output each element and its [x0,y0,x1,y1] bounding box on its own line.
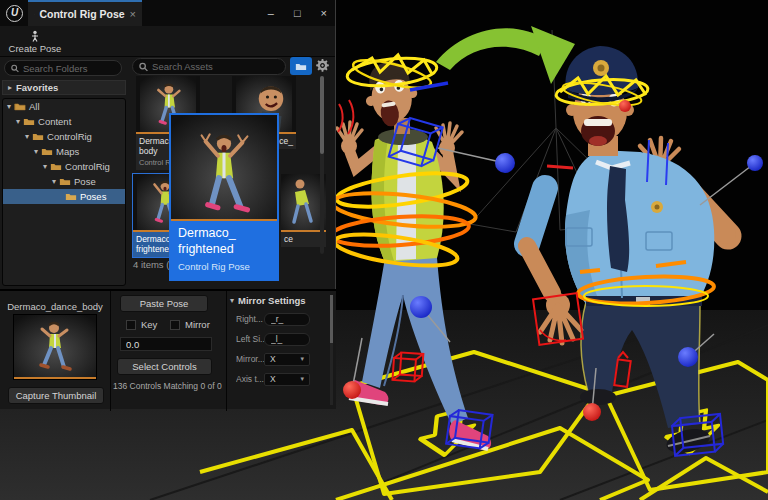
scrollbar-thumb[interactable] [320,76,324,154]
favorites-header[interactable]: ▸ Favorites [2,80,126,95]
mirror-axis-dropdown[interactable]: X ▾ [264,353,310,366]
selected-pose-name: Dermaco_dance_body [0,301,110,312]
folder-icon [50,162,62,171]
key-label: Key [141,319,157,330]
capture-thumbnail-button[interactable]: Capture Thumbnail [8,387,104,404]
chevron-down-icon[interactable]: ▾ [25,133,29,141]
chevron-right-icon[interactable]: ▸ [8,84,12,92]
chevron-down-icon[interactable]: ▾ [7,103,11,111]
paste-pose-button[interactable]: Paste Pose [120,295,208,312]
mirror-setting-row-right: Right... [236,312,310,326]
mirror-label: Mirror [185,319,210,330]
chevron-down-icon[interactable]: ▾ [43,163,47,171]
title-bar: U Control Rig Pose × – □ × [0,0,335,26]
toolbar: Create Pose [0,26,335,57]
search-folders-box[interactable] [4,60,122,76]
setting-label: Axis t... [236,374,264,384]
mirror-checkbox[interactable] [170,320,180,330]
tree-item-all[interactable]: ▾ All [3,99,125,114]
folder-icon [59,177,71,186]
folder-icon [14,102,26,111]
setting-label: Mirror... [236,354,264,364]
preview-thumbnail [171,115,277,221]
minimize-icon[interactable]: – [268,8,274,19]
tab-control-rig-pose[interactable]: Control Rig Pose × [28,0,142,26]
tab-label: Control Rig Pose [39,8,124,20]
tree-item-label: Poses [80,191,106,202]
create-pose-label: Create Pose [9,43,62,54]
dropdown-value: X [270,354,276,364]
dropdown-value: X [270,374,276,384]
browse-folder-button[interactable] [290,57,312,75]
tree-item-maps[interactable]: ▾ Maps [3,144,125,159]
asset-type-stripe [14,377,96,379]
blue-sphere-gizmo[interactable] [495,153,515,173]
blue-sphere-gizmo[interactable] [747,155,763,171]
tree-item-poses-selected[interactable]: Poses [3,189,125,204]
mirror-settings-header[interactable]: ▾ Mirror Settings [230,295,306,306]
tree-item-label: Pose [74,176,96,187]
chevron-down-icon[interactable]: ▾ [16,118,20,126]
gear-icon [316,59,329,72]
tree-item-label: Maps [56,146,79,157]
tree-item-label: ControlRig [65,161,110,172]
asset-grid-scrollbar[interactable] [320,76,324,254]
chevron-down-icon: ▾ [300,355,304,363]
search-assets-box[interactable] [132,58,286,75]
divider [110,291,111,411]
tree-item-content[interactable]: ▾ Content [3,114,125,129]
folder-icon [65,192,77,201]
left-side-input[interactable] [264,333,310,346]
chevron-down-icon[interactable]: ▾ [34,148,38,156]
asset-preview-flyout: Dermaco_frightened Control Rig Pose [169,113,279,281]
folder-icon [23,117,35,126]
tree-item-controlrig-2[interactable]: ▾ ControlRig [3,159,125,174]
chevron-down-icon[interactable]: ▾ [230,297,234,305]
unreal-logo-icon: U [6,5,23,22]
screenshot-root: U Control Rig Pose × – □ × Create Pose [0,0,768,500]
red-sphere-gizmo[interactable] [583,403,601,421]
divider [226,291,227,411]
blue-sphere-gizmo[interactable] [678,347,698,367]
create-pose-icon [29,30,41,42]
axis-to-flip-dropdown[interactable]: X ▾ [264,373,310,386]
settings-button[interactable] [315,58,330,73]
scrollbar-thumb[interactable] [330,295,333,343]
folder-icon [295,62,307,71]
search-assets-input[interactable] [152,61,279,72]
pose-tools-pane: Dermaco_dance_body Capture Thumbnail Pas… [0,289,336,409]
folder-tree: ▾ All ▾ Content ▾ ControlRig ▾ Maps ▾ Co… [2,98,126,286]
red-sphere-gizmo[interactable] [343,381,361,399]
control-rig-pose-window: U Control Rig Pose × – □ × Create Pose [0,0,336,409]
close-icon[interactable]: × [321,8,327,19]
blue-sphere-gizmo[interactable] [410,296,432,318]
tab-close-icon[interactable]: × [130,8,136,20]
asset-type-stripe [171,219,277,221]
controls-matching-status: 136 Controls Matching 0 of 0 [113,381,235,391]
folder-icon [32,132,44,141]
key-checkbox[interactable] [126,320,136,330]
maximize-icon[interactable]: □ [294,8,301,19]
tree-item-label: ControlRig [47,131,92,142]
mirror-setting-row-mirror-axis: Mirror... X ▾ [236,352,310,366]
tree-item-pose[interactable]: ▾ Pose [3,174,125,189]
favorites-label: Favorites [16,82,58,93]
setting-label: Left Si... [236,334,264,344]
search-folders-input[interactable] [23,63,115,74]
mirror-setting-row-left: Left Si... [236,332,310,346]
preview-tooltip: Dermaco_frightened Control Rig Pose [171,221,277,279]
search-icon [139,62,148,72]
chevron-down-icon[interactable]: ▾ [52,178,56,186]
select-controls-button[interactable]: Select Controls [117,358,212,375]
tree-item-label: All [29,101,40,112]
blend-value-input[interactable] [120,337,212,351]
tree-item-controlrig[interactable]: ▾ ControlRig [3,129,125,144]
create-pose-button[interactable]: Create Pose [2,27,68,56]
red-sphere-gizmo[interactable] [619,100,631,112]
folder-icon [41,147,53,156]
mirror-settings-scrollbar[interactable] [330,295,333,405]
search-icon [11,64,19,73]
window-controls: – □ × [268,0,327,26]
right-side-input[interactable] [264,313,310,326]
setting-label: Right... [236,314,264,324]
